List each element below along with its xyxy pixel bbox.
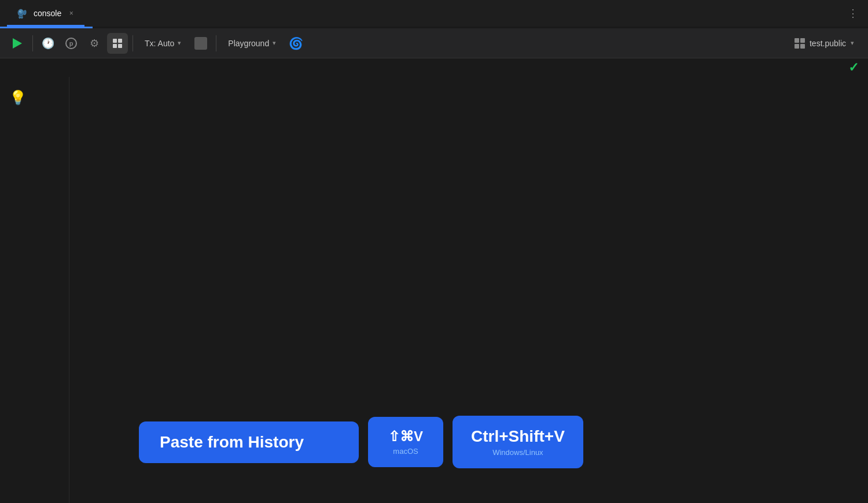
tab-more-button[interactable]: ⋮ — [848, 7, 859, 20]
history-button[interactable]: 🕐 — [38, 33, 58, 54]
toolbar-divider-1 — [32, 35, 33, 51]
status-bar: ✓ — [0, 58, 868, 77]
tab-console[interactable]: console × — [7, 0, 84, 27]
toolbar: 🕐 p ⚙ Tx: Auto ▾ — [0, 28, 868, 58]
svg-rect-5 — [113, 44, 117, 48]
toolbar-divider-3 — [216, 35, 216, 51]
tx-chevron-icon: ▾ — [178, 39, 181, 47]
gear-icon: ⚙ — [90, 37, 99, 50]
playground-dropdown[interactable]: Playground ▾ — [221, 33, 283, 54]
playground-label: Playground — [228, 39, 269, 48]
editor-content[interactable]: Paste from History ⇧⌘V macOS Ctrl+Shift+… — [69, 77, 868, 503]
svg-rect-3 — [113, 39, 117, 43]
tx-dropdown[interactable]: Tx: Auto ▾ — [138, 33, 188, 54]
lightbulb-icon: 💡 — [9, 91, 27, 105]
playground-chevron-icon: ▾ — [273, 39, 276, 47]
clock-icon: 🕐 — [42, 37, 54, 50]
stop-icon — [194, 37, 207, 50]
line-gutter: 💡 — [0, 77, 69, 503]
macos-shortcut-card[interactable]: ⇧⌘V macOS — [368, 417, 443, 467]
tab-bar: console × ⋮ — [0, 0, 868, 27]
winlinux-keys-label: Ctrl+Shift+V — [471, 427, 565, 446]
connection-status-icon: ✓ — [848, 60, 859, 75]
pg-logo-icon — [15, 6, 29, 20]
hint-cards: Paste from History ⇧⌘V macOS Ctrl+Shift+… — [139, 416, 583, 468]
editor-row: 💡 Paste from History ⇧⌘V macOS Ctrl+Shif… — [0, 77, 868, 503]
tab-title: console — [34, 9, 61, 18]
run-button[interactable] — [7, 33, 28, 54]
svg-rect-6 — [118, 44, 122, 48]
schema-chevron-icon: ▾ — [851, 39, 854, 47]
ai-button[interactable]: 🌀 — [285, 33, 306, 54]
schema-selector[interactable]: test.public ▾ — [788, 33, 861, 54]
explain-icon: p — [65, 38, 77, 49]
grid-view-button[interactable] — [107, 33, 128, 54]
macos-keys-label: ⇧⌘V — [388, 428, 423, 445]
swirl-icon: 🌀 — [289, 36, 303, 50]
app-container: console × ⋮ 🕐 p ⚙ — [0, 0, 868, 503]
svg-point-2 — [20, 11, 21, 12]
tx-label: Tx: Auto — [145, 39, 174, 48]
hint-area: 💡 — [0, 82, 69, 105]
stop-button[interactable] — [190, 33, 211, 54]
schema-grid-icon — [795, 38, 805, 49]
toolbar-divider-2 — [133, 35, 133, 51]
tab-close-button[interactable]: × — [66, 8, 76, 19]
grid-icon — [112, 38, 123, 49]
winlinux-shortcut-card[interactable]: Ctrl+Shift+V Windows/Linux — [453, 416, 583, 468]
explain-button[interactable]: p — [61, 33, 82, 54]
schema-label: test.public — [810, 39, 846, 48]
winlinux-os-label: Windows/Linux — [492, 448, 543, 457]
run-icon — [13, 38, 22, 49]
macos-os-label: macOS — [393, 447, 418, 456]
settings-button[interactable]: ⚙ — [84, 33, 105, 54]
svg-rect-4 — [118, 39, 122, 43]
paste-from-history-label: Paste from History — [160, 433, 304, 451]
paste-from-history-card[interactable]: Paste from History — [139, 421, 359, 463]
